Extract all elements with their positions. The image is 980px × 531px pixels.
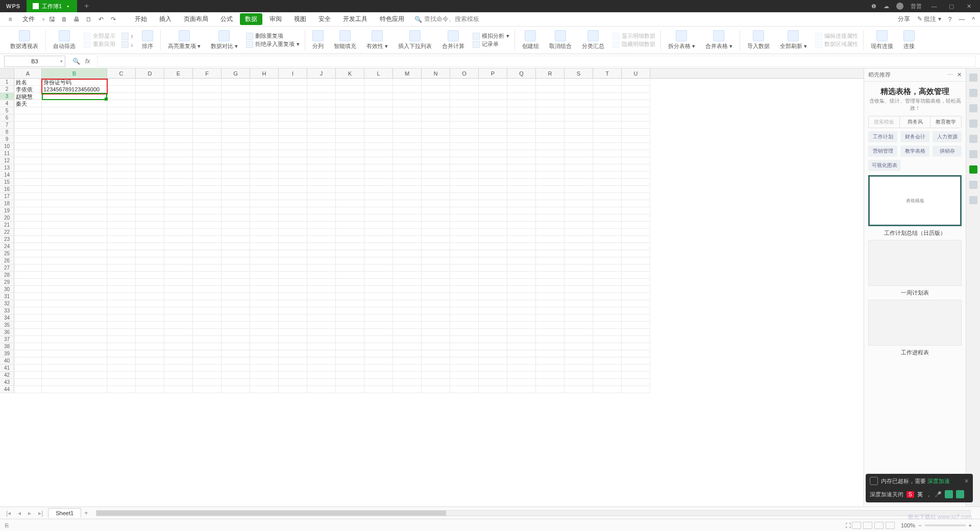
- cell[interactable]: [422, 243, 450, 250]
- cell[interactable]: [336, 307, 364, 315]
- text-to-columns-button[interactable]: 分列: [307, 30, 329, 50]
- cell[interactable]: [536, 286, 565, 293]
- cell[interactable]: [307, 350, 336, 357]
- tag-workplan[interactable]: 工作计划: [868, 131, 897, 142]
- cell[interactable]: [107, 222, 136, 229]
- cell[interactable]: [193, 279, 222, 286]
- cell[interactable]: [279, 272, 307, 279]
- cell[interactable]: [307, 207, 336, 214]
- cell[interactable]: [479, 386, 507, 393]
- cell[interactable]: [14, 257, 42, 264]
- cell[interactable]: [536, 172, 565, 179]
- cell[interactable]: [622, 222, 650, 229]
- cell[interactable]: [136, 229, 164, 236]
- cell[interactable]: [622, 250, 650, 257]
- cell[interactable]: [422, 186, 450, 193]
- cell[interactable]: [164, 329, 193, 336]
- cell[interactable]: [479, 136, 507, 143]
- cell[interactable]: [393, 193, 422, 200]
- cell[interactable]: [164, 136, 193, 143]
- help-icon[interactable]: ?: [948, 16, 952, 23]
- row-header[interactable]: 36: [0, 329, 14, 336]
- template-icon[interactable]: [969, 165, 977, 174]
- cell[interactable]: [107, 365, 136, 372]
- cell[interactable]: [307, 79, 336, 86]
- cell[interactable]: [336, 143, 364, 150]
- cell[interactable]: [479, 315, 507, 322]
- cell[interactable]: [622, 200, 650, 207]
- cell[interactable]: [364, 143, 393, 150]
- cell[interactable]: [364, 229, 393, 236]
- cell[interactable]: [536, 250, 565, 257]
- cell[interactable]: [536, 136, 565, 143]
- cell[interactable]: [279, 186, 307, 193]
- cell[interactable]: [136, 250, 164, 257]
- cell[interactable]: [507, 307, 536, 315]
- fullscreen-icon[interactable]: ⛶: [845, 522, 851, 528]
- cell[interactable]: [450, 357, 479, 365]
- cell[interactable]: [622, 93, 650, 100]
- cell[interactable]: [42, 264, 107, 272]
- cell[interactable]: [479, 143, 507, 150]
- cell[interactable]: [450, 336, 479, 343]
- row-header[interactable]: 1: [0, 79, 14, 86]
- cell[interactable]: [14, 272, 42, 279]
- cell[interactable]: [479, 172, 507, 179]
- cell[interactable]: [536, 379, 565, 386]
- cell[interactable]: [507, 386, 536, 393]
- cell[interactable]: [393, 229, 422, 236]
- cell[interactable]: [164, 279, 193, 286]
- cell[interactable]: [136, 193, 164, 200]
- cell[interactable]: [279, 114, 307, 122]
- cell[interactable]: [14, 207, 42, 214]
- cell[interactable]: [422, 300, 450, 307]
- cell[interactable]: [42, 129, 107, 136]
- cell[interactable]: [622, 279, 650, 286]
- cell[interactable]: [393, 157, 422, 164]
- cell[interactable]: [307, 179, 336, 186]
- cell[interactable]: [507, 329, 536, 336]
- cell[interactable]: [107, 279, 136, 286]
- cell[interactable]: [565, 293, 593, 300]
- cell[interactable]: [222, 136, 250, 143]
- cell[interactable]: [450, 350, 479, 357]
- cell[interactable]: [536, 272, 565, 279]
- menu-layout[interactable]: 页面布局: [179, 13, 213, 25]
- cell[interactable]: [393, 186, 422, 193]
- cell[interactable]: [14, 307, 42, 315]
- cell[interactable]: [250, 236, 279, 243]
- cell[interactable]: [279, 357, 307, 365]
- cell[interactable]: [450, 293, 479, 300]
- cell[interactable]: [107, 379, 136, 386]
- cell[interactable]: [364, 129, 393, 136]
- cell[interactable]: [393, 100, 422, 107]
- cell[interactable]: [565, 343, 593, 350]
- cell[interactable]: [14, 172, 42, 179]
- cell[interactable]: [136, 386, 164, 393]
- row-header[interactable]: 18: [0, 200, 14, 207]
- cell[interactable]: [479, 307, 507, 315]
- cell[interactable]: [250, 365, 279, 372]
- cell[interactable]: [565, 200, 593, 207]
- cell[interactable]: [536, 350, 565, 357]
- sort-desc-button[interactable]: ↓: [121, 41, 134, 48]
- cell[interactable]: [42, 272, 107, 279]
- cell[interactable]: [279, 136, 307, 143]
- cell[interactable]: [222, 150, 250, 157]
- cell[interactable]: [164, 86, 193, 93]
- cell[interactable]: [364, 93, 393, 100]
- cell[interactable]: [364, 372, 393, 379]
- cell[interactable]: [14, 357, 42, 365]
- layout-icon[interactable]: [969, 135, 977, 143]
- cell[interactable]: [593, 336, 622, 343]
- cell[interactable]: [364, 350, 393, 357]
- cell[interactable]: [565, 100, 593, 107]
- cell[interactable]: [222, 279, 250, 286]
- cell[interactable]: [364, 172, 393, 179]
- cell[interactable]: [107, 207, 136, 214]
- cell[interactable]: [14, 286, 42, 293]
- row-header[interactable]: 12: [0, 157, 14, 164]
- cell[interactable]: [565, 214, 593, 222]
- cell[interactable]: [279, 243, 307, 250]
- cell[interactable]: [336, 365, 364, 372]
